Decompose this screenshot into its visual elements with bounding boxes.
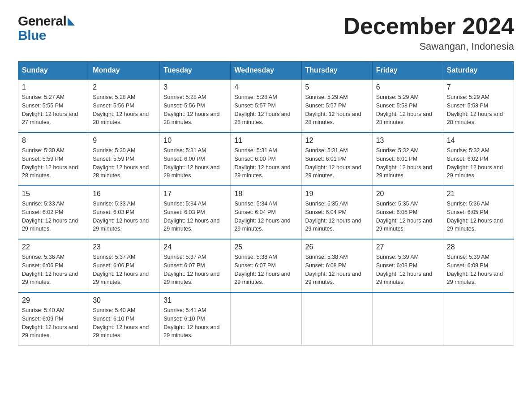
- day-info: Sunrise: 5:28 AM Sunset: 5:56 PM Dayligh…: [163, 93, 227, 127]
- calendar-cell: 22 Sunrise: 5:36 AM Sunset: 6:06 PM Dayl…: [18, 239, 89, 292]
- day-info: Sunrise: 5:38 AM Sunset: 6:08 PM Dayligh…: [305, 253, 369, 287]
- calendar-cell: 19 Sunrise: 5:35 AM Sunset: 6:04 PM Dayl…: [301, 186, 372, 239]
- header-day-saturday: Saturday: [443, 62, 514, 80]
- day-number: 12: [305, 137, 369, 145]
- calendar-cell: 2 Sunrise: 5:28 AM Sunset: 5:56 PM Dayli…: [89, 79, 160, 133]
- day-number: 17: [163, 190, 227, 198]
- day-number: 9: [93, 137, 156, 145]
- day-number: 31: [163, 296, 227, 304]
- header-day-friday: Friday: [372, 62, 443, 80]
- day-number: 21: [447, 190, 510, 198]
- day-number: 25: [234, 243, 297, 251]
- day-info: Sunrise: 5:37 AM Sunset: 6:06 PM Dayligh…: [93, 253, 156, 287]
- calendar-cell: 25 Sunrise: 5:38 AM Sunset: 6:07 PM Dayl…: [231, 239, 301, 292]
- calendar-cell: 7 Sunrise: 5:29 AM Sunset: 5:58 PM Dayli…: [443, 79, 514, 133]
- week-row-3: 15 Sunrise: 5:33 AM Sunset: 6:02 PM Dayl…: [18, 186, 514, 239]
- calendar-cell: 24 Sunrise: 5:37 AM Sunset: 6:07 PM Dayl…: [160, 239, 231, 292]
- calendar-cell: 9 Sunrise: 5:30 AM Sunset: 5:59 PM Dayli…: [89, 133, 160, 186]
- day-number: 1: [22, 83, 85, 91]
- calendar-cell: [231, 292, 301, 346]
- day-number: 2: [93, 83, 156, 91]
- logo-general-text: General: [18, 13, 66, 29]
- header-day-wednesday: Wednesday: [231, 62, 301, 80]
- day-info: Sunrise: 5:30 AM Sunset: 5:59 PM Dayligh…: [22, 146, 85, 180]
- day-info: Sunrise: 5:33 AM Sunset: 6:03 PM Dayligh…: [93, 200, 156, 233]
- calendar-cell: 11 Sunrise: 5:31 AM Sunset: 6:00 PM Dayl…: [231, 133, 301, 186]
- day-number: 13: [376, 137, 439, 145]
- day-number: 11: [234, 137, 297, 145]
- calendar-cell: [372, 292, 443, 346]
- calendar-header: SundayMondayTuesdayWednesdayThursdayFrid…: [18, 62, 514, 80]
- day-number: 27: [376, 243, 439, 251]
- day-info: Sunrise: 5:29 AM Sunset: 5:58 PM Dayligh…: [447, 93, 510, 127]
- header-day-thursday: Thursday: [301, 62, 372, 80]
- day-number: 10: [163, 137, 227, 145]
- day-info: Sunrise: 5:39 AM Sunset: 6:09 PM Dayligh…: [447, 253, 510, 287]
- calendar-cell: 18 Sunrise: 5:34 AM Sunset: 6:04 PM Dayl…: [231, 186, 301, 239]
- calendar-cell: 12 Sunrise: 5:31 AM Sunset: 6:01 PM Dayl…: [301, 133, 372, 186]
- header-row: SundayMondayTuesdayWednesdayThursdayFrid…: [18, 62, 514, 80]
- day-info: Sunrise: 5:35 AM Sunset: 6:05 PM Dayligh…: [376, 200, 439, 233]
- day-info: Sunrise: 5:34 AM Sunset: 6:04 PM Dayligh…: [234, 200, 297, 233]
- day-info: Sunrise: 5:32 AM Sunset: 6:02 PM Dayligh…: [447, 146, 510, 180]
- calendar-cell: 10 Sunrise: 5:31 AM Sunset: 6:00 PM Dayl…: [160, 133, 231, 186]
- day-number: 30: [93, 296, 156, 304]
- day-number: 26: [305, 243, 369, 251]
- day-number: 18: [234, 190, 297, 198]
- calendar-cell: 5 Sunrise: 5:29 AM Sunset: 5:57 PM Dayli…: [301, 79, 372, 133]
- title-block: December 2024 Sawangan, Indonesia: [343, 13, 514, 52]
- calendar-cell: 17 Sunrise: 5:34 AM Sunset: 6:03 PM Dayl…: [160, 186, 231, 239]
- calendar-cell: [301, 292, 372, 346]
- week-row-4: 22 Sunrise: 5:36 AM Sunset: 6:06 PM Dayl…: [18, 239, 514, 292]
- day-info: Sunrise: 5:33 AM Sunset: 6:02 PM Dayligh…: [22, 200, 85, 233]
- day-number: 16: [93, 190, 156, 198]
- day-info: Sunrise: 5:41 AM Sunset: 6:10 PM Dayligh…: [163, 306, 227, 340]
- day-info: Sunrise: 5:32 AM Sunset: 6:01 PM Dayligh…: [376, 146, 439, 180]
- day-info: Sunrise: 5:31 AM Sunset: 6:00 PM Dayligh…: [163, 146, 227, 180]
- calendar-cell: 3 Sunrise: 5:28 AM Sunset: 5:56 PM Dayli…: [160, 79, 231, 133]
- day-number: 7: [447, 83, 510, 91]
- day-info: Sunrise: 5:27 AM Sunset: 5:55 PM Dayligh…: [22, 93, 85, 127]
- day-number: 3: [163, 83, 227, 91]
- day-number: 24: [163, 243, 227, 251]
- calendar-cell: 8 Sunrise: 5:30 AM Sunset: 5:59 PM Dayli…: [18, 133, 89, 186]
- logo-blue-text: Blue: [18, 28, 46, 43]
- calendar-cell: 13 Sunrise: 5:32 AM Sunset: 6:01 PM Dayl…: [372, 133, 443, 186]
- header-day-monday: Monday: [89, 62, 160, 80]
- day-info: Sunrise: 5:31 AM Sunset: 6:00 PM Dayligh…: [234, 146, 297, 180]
- day-info: Sunrise: 5:34 AM Sunset: 6:03 PM Dayligh…: [163, 200, 227, 233]
- day-number: 6: [376, 83, 439, 91]
- day-number: 28: [447, 243, 510, 251]
- day-number: 4: [234, 83, 297, 91]
- calendar-cell: 1 Sunrise: 5:27 AM Sunset: 5:55 PM Dayli…: [18, 79, 89, 133]
- logo: General Blue: [18, 13, 75, 43]
- calendar-table: SundayMondayTuesdayWednesdayThursdayFrid…: [18, 61, 514, 346]
- day-number: 5: [305, 83, 369, 91]
- day-info: Sunrise: 5:28 AM Sunset: 5:57 PM Dayligh…: [234, 93, 297, 127]
- day-info: Sunrise: 5:39 AM Sunset: 6:08 PM Dayligh…: [376, 253, 439, 287]
- month-title: December 2024: [343, 13, 514, 39]
- day-number: 8: [22, 137, 85, 145]
- calendar-cell: 30 Sunrise: 5:40 AM Sunset: 6:10 PM Dayl…: [89, 292, 160, 346]
- day-info: Sunrise: 5:31 AM Sunset: 6:01 PM Dayligh…: [305, 146, 369, 180]
- day-number: 15: [22, 190, 85, 198]
- calendar-cell: 26 Sunrise: 5:38 AM Sunset: 6:08 PM Dayl…: [301, 239, 372, 292]
- day-info: Sunrise: 5:40 AM Sunset: 6:09 PM Dayligh…: [22, 306, 85, 340]
- day-number: 14: [447, 137, 510, 145]
- day-info: Sunrise: 5:36 AM Sunset: 6:05 PM Dayligh…: [447, 200, 510, 233]
- day-info: Sunrise: 5:40 AM Sunset: 6:10 PM Dayligh…: [93, 306, 156, 340]
- day-info: Sunrise: 5:30 AM Sunset: 5:59 PM Dayligh…: [93, 146, 156, 180]
- logo-triangle-icon: [68, 17, 75, 26]
- calendar-cell: 31 Sunrise: 5:41 AM Sunset: 6:10 PM Dayl…: [160, 292, 231, 346]
- week-row-2: 8 Sunrise: 5:30 AM Sunset: 5:59 PM Dayli…: [18, 133, 514, 186]
- day-info: Sunrise: 5:28 AM Sunset: 5:56 PM Dayligh…: [93, 93, 156, 127]
- calendar-cell: 15 Sunrise: 5:33 AM Sunset: 6:02 PM Dayl…: [18, 186, 89, 239]
- week-row-5: 29 Sunrise: 5:40 AM Sunset: 6:09 PM Dayl…: [18, 292, 514, 346]
- day-number: 19: [305, 190, 369, 198]
- calendar-cell: 21 Sunrise: 5:36 AM Sunset: 6:05 PM Dayl…: [443, 186, 514, 239]
- calendar-cell: 28 Sunrise: 5:39 AM Sunset: 6:09 PM Dayl…: [443, 239, 514, 292]
- day-info: Sunrise: 5:29 AM Sunset: 5:57 PM Dayligh…: [305, 93, 369, 127]
- day-number: 22: [22, 243, 85, 251]
- calendar-cell: [443, 292, 514, 346]
- day-info: Sunrise: 5:37 AM Sunset: 6:07 PM Dayligh…: [163, 253, 227, 287]
